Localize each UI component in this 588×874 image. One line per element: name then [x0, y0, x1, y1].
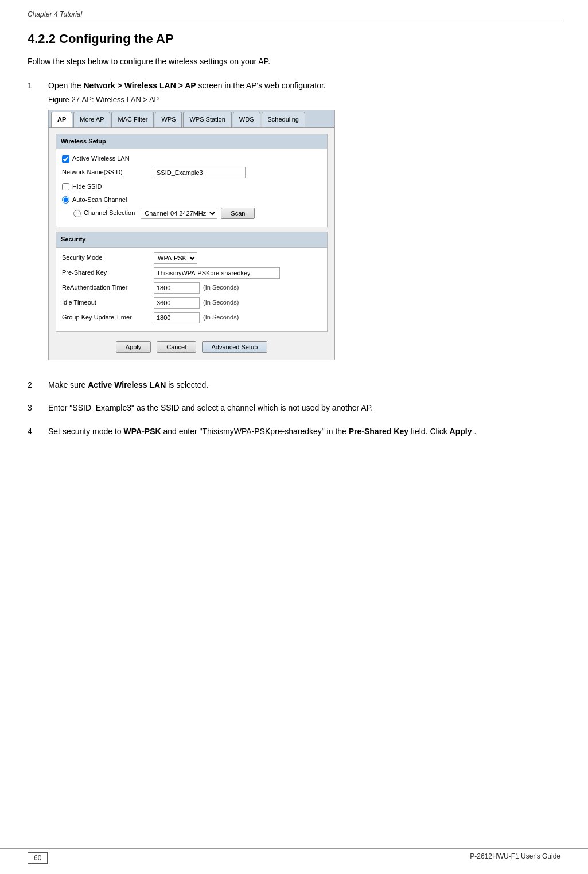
figure-label: Figure 27 AP: Wireless LAN > AP — [48, 94, 560, 106]
idle-timeout-unit: (In Seconds) — [203, 298, 239, 308]
step-3: 3 Enter "SSID_Example3" as the SSID and … — [28, 401, 560, 414]
step-number-4: 4 — [28, 425, 48, 438]
step4-bold3: Apply — [450, 427, 472, 436]
reauth-timer-unit: (In Seconds) — [203, 283, 239, 293]
scan-button[interactable]: Scan — [221, 208, 255, 219]
step2-bold: Active Wireless LAN — [88, 380, 166, 389]
hide-ssid-row: Hide SSID — [62, 182, 321, 192]
active-wireless-lan-checkbox[interactable] — [62, 155, 69, 163]
header-text: Chapter 4 Tutorial — [28, 10, 82, 18]
security-header: Security — [56, 232, 327, 248]
figure-label-bold: Figure 27 — [48, 95, 80, 104]
step-number-3: 3 — [28, 401, 48, 414]
active-wireless-lan-label: Active Wireless LAN — [72, 154, 130, 164]
reauth-timer-input[interactable] — [154, 282, 200, 294]
tab-bar: AP More AP MAC Filter WPS WPS Station WD… — [49, 110, 334, 128]
step-content-1: Open the Network > Wireless LAN > AP scr… — [48, 79, 560, 368]
step-1: 1 Open the Network > Wireless LAN > AP s… — [28, 79, 560, 368]
wireless-setup-body: Active Wireless LAN Network Name(SSID) H… — [56, 149, 327, 227]
channel-selection-radio[interactable] — [73, 210, 81, 217]
auto-scan-label: Auto-Scan Channel — [72, 195, 127, 205]
idle-timeout-input[interactable] — [154, 297, 200, 309]
security-mode-select[interactable]: WPA-PSK — [154, 252, 197, 264]
ui-screenshot: AP More AP MAC Filter WPS WPS Station WD… — [48, 110, 335, 360]
tab-ap[interactable]: AP — [51, 112, 72, 127]
button-row: Apply Cancel Advanced Setup — [56, 338, 328, 354]
page-container: Chapter 4 Tutorial 4.2.2 Configuring the… — [0, 0, 588, 482]
tab-wps-station[interactable]: WPS Station — [183, 112, 231, 127]
tab-wds[interactable]: WDS — [233, 112, 260, 127]
wireless-setup-header: Wireless Setup — [56, 134, 327, 150]
group-key-unit: (In Seconds) — [203, 313, 239, 323]
group-key-input[interactable] — [154, 312, 200, 323]
tab-wps[interactable]: WPS — [155, 112, 182, 127]
idle-timeout-row: Idle Timeout (In Seconds) — [62, 297, 321, 309]
step2-text-after: is selected. — [168, 380, 208, 389]
channel-select[interactable]: Channel-04 2427MHz — [141, 208, 217, 219]
step-content-4: Set security mode to WPA-PSK and enter "… — [48, 425, 560, 438]
hide-ssid-label: Hide SSID — [72, 182, 102, 192]
step-4: 4 Set security mode to WPA-PSK and enter… — [28, 425, 560, 438]
advanced-setup-button[interactable]: Advanced Setup — [202, 341, 268, 353]
network-name-label: Network Name(SSID) — [62, 167, 154, 178]
page-footer: 60 P-2612HWU-F1 User's Guide — [0, 848, 588, 864]
step4-text-middle: and enter "ThisismyWPA-PSKpre-sharedkey"… — [163, 427, 348, 436]
step4-text-end: . — [474, 427, 476, 436]
pre-shared-key-input[interactable] — [154, 267, 280, 279]
guide-name: P-2612HWU-F1 User's Guide — [470, 852, 560, 864]
step4-text-after: field. Click — [411, 427, 450, 436]
tab-more-ap[interactable]: More AP — [73, 112, 110, 127]
auto-scan-radio[interactable] — [62, 196, 69, 204]
channel-selection-label: Channel Selection — [84, 208, 135, 219]
page-header: Chapter 4 Tutorial — [28, 10, 560, 21]
active-wireless-lan-row: Active Wireless LAN — [62, 154, 321, 164]
step4-bold2: Pre-Shared Key — [349, 427, 408, 436]
ui-body: Wireless Setup Active Wireless LAN Netwo… — [49, 128, 334, 360]
section-title: 4.2.2 Configuring the AP — [28, 32, 560, 46]
step-2: 2 Make sure Active Wireless LAN is selec… — [28, 379, 560, 391]
wireless-setup-section: Wireless Setup Active Wireless LAN Netwo… — [56, 134, 328, 227]
pre-shared-key-label: Pre-Shared Key — [62, 268, 154, 278]
step1-bold: Network > Wireless LAN > AP — [84, 81, 196, 90]
reauth-timer-label: ReAuthentication Timer — [62, 283, 154, 293]
step1-text-after: screen in the AP's web configurator. — [198, 81, 326, 90]
hide-ssid-checkbox[interactable] — [62, 183, 69, 190]
security-mode-label: Security Mode — [62, 253, 154, 263]
step-number-1: 1 — [28, 79, 48, 368]
security-body: Security Mode WPA-PSK Pre-Shared Key — [56, 248, 327, 331]
page-number: 60 — [28, 852, 48, 864]
radio-group: Auto-Scan Channel Channel Selection Chan… — [62, 195, 321, 220]
auto-scan-row: Auto-Scan Channel — [62, 195, 321, 205]
figure-caption: AP: Wireless LAN > AP — [82, 95, 159, 104]
step2-text-before: Make sure — [48, 380, 88, 389]
step1-text-before: Open the — [48, 81, 84, 90]
tab-mac-filter[interactable]: MAC Filter — [111, 112, 154, 127]
intro-text: Follow the steps below to configure the … — [28, 56, 560, 68]
group-key-label: Group Key Update Timer — [62, 313, 154, 323]
step-number-2: 2 — [28, 379, 48, 391]
group-key-row: Group Key Update Timer (In Seconds) — [62, 312, 321, 323]
step4-bold1: WPA-PSK — [124, 427, 161, 436]
step4-text-before: Set security mode to — [48, 427, 124, 436]
tab-scheduling[interactable]: Scheduling — [262, 112, 305, 127]
apply-button[interactable]: Apply — [116, 341, 151, 353]
reauth-timer-row: ReAuthentication Timer (In Seconds) — [62, 282, 321, 294]
network-name-input[interactable] — [154, 167, 246, 178]
cancel-button[interactable]: Cancel — [157, 341, 196, 353]
security-mode-row: Security Mode WPA-PSK — [62, 252, 321, 264]
step-content-3: Enter "SSID_Example3" as the SSID and se… — [48, 401, 560, 414]
network-name-row: Network Name(SSID) — [62, 167, 321, 178]
step3-text: Enter "SSID_Example3" as the SSID and se… — [48, 403, 373, 412]
idle-timeout-label: Idle Timeout — [62, 298, 154, 308]
pre-shared-key-row: Pre-Shared Key — [62, 267, 321, 279]
step-content-2: Make sure Active Wireless LAN is selecte… — [48, 379, 560, 391]
security-section: Security Security Mode WPA-PSK — [56, 232, 328, 332]
channel-selection-row: Channel Selection Channel-04 2427MHz Sca… — [62, 208, 321, 219]
